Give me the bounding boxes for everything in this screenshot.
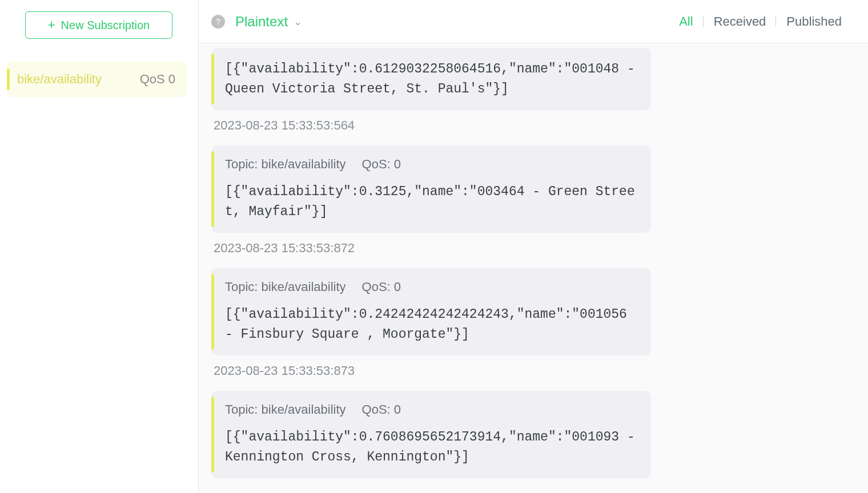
message-list[interactable]: Topic: bike/availabilityQoS: 0[{"availab…: [199, 43, 868, 493]
message-body: [{"availability":0.6129032258064516,"nam…: [225, 59, 637, 99]
subscription-item[interactable]: bike/availability QoS 0: [7, 62, 187, 97]
chevron-down-icon: ⌄: [294, 15, 302, 28]
message-card: Topic: bike/availabilityQoS: 0[{"availab…: [211, 391, 651, 478]
message-qos: QoS: 0: [362, 157, 401, 172]
message-header: Topic: bike/availabilityQoS: 0: [225, 280, 637, 294]
sidebar: + New Subscription bike/availability QoS…: [0, 0, 199, 493]
message-card: Topic: bike/availabilityQoS: 0[{"availab…: [211, 146, 651, 233]
help-icon[interactable]: ?: [211, 15, 225, 29]
message-timestamp: 2023-08-23 15:33:53:872: [214, 241, 651, 256]
message-body: [{"availability":0.24242424242424243,"na…: [225, 305, 637, 344]
message-topic: Topic: bike/availability: [225, 157, 346, 172]
message-header: Topic: bike/availabilityQoS: 0: [225, 157, 637, 172]
format-selector[interactable]: Plaintext ⌄: [235, 14, 302, 30]
topbar: ? Plaintext ⌄ All Received Published: [199, 0, 868, 43]
main-panel: ? Plaintext ⌄ All Received Published Top…: [199, 0, 868, 493]
message-body: [{"availability":0.7608695652173914,"nam…: [225, 427, 637, 467]
message-filter-tabs: All Received Published: [669, 14, 852, 29]
subscription-topic: bike/availability: [17, 72, 102, 87]
format-label: Plaintext: [235, 14, 288, 30]
message-topic: Topic: bike/availability: [225, 280, 346, 294]
message-topic: Topic: bike/availability: [225, 402, 346, 417]
message-header: Topic: bike/availabilityQoS: 0: [225, 402, 637, 417]
new-subscription-label: New Subscription: [61, 19, 150, 32]
message-timestamp: 2023-08-23 15:33:53:873: [214, 363, 651, 378]
new-subscription-button[interactable]: + New Subscription: [25, 11, 172, 39]
plus-icon: +: [48, 19, 55, 31]
message-card: Topic: bike/availabilityQoS: 0[{"availab…: [211, 268, 651, 355]
message-body: [{"availability":0.3125,"name":"003464 -…: [225, 182, 637, 221]
tab-published[interactable]: Published: [776, 14, 852, 29]
message-qos: QoS: 0: [362, 402, 401, 417]
subscription-qos: QoS 0: [140, 72, 175, 87]
message-card: Topic: bike/availabilityQoS: 0[{"availab…: [211, 48, 651, 110]
tab-received[interactable]: Received: [704, 14, 777, 29]
message-timestamp: 2023-08-23 15:33:53:564: [214, 118, 651, 133]
message-qos: QoS: 0: [362, 280, 401, 294]
tab-all[interactable]: All: [669, 14, 703, 29]
